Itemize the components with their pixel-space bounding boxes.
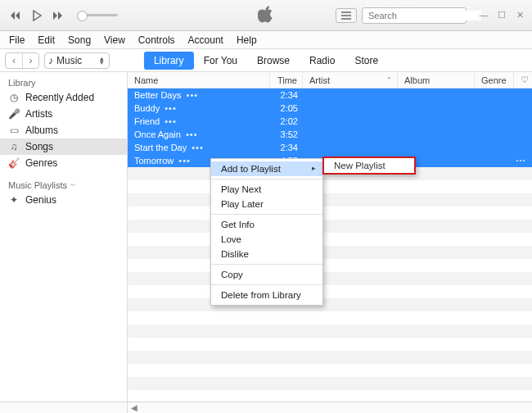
row-more-icon[interactable]: ⋯ — [516, 155, 525, 166]
empty-row — [128, 364, 532, 377]
empty-row — [128, 351, 532, 364]
sidebar-item-albums[interactable]: ▭Albums — [0, 122, 127, 138]
empty-row — [128, 390, 532, 402]
album-icon: ▭ — [8, 125, 20, 136]
sort-indicator-icon: ⌃ — [386, 76, 392, 84]
menu-account[interactable]: Account — [183, 33, 229, 48]
table-row[interactable]: Once Again •••3:52 — [128, 128, 532, 141]
clock-icon: ◷ — [8, 92, 20, 103]
genius-icon: ✦ — [8, 194, 20, 206]
empty-row — [128, 206, 532, 220]
empty-row — [128, 285, 532, 298]
sidebar: Library ◷Recently Added 🎤Artists ▭Albums… — [0, 72, 128, 402]
context-menu: Add to Playlist▸Play NextPlay LaterGet I… — [210, 158, 323, 306]
empty-row — [128, 233, 532, 246]
content-area: Name Time Artist⌃ Album Genre ♡ Better D… — [128, 72, 532, 402]
submenu-arrow-icon: ▸ — [312, 164, 316, 172]
context-submenu-new-playlist[interactable]: New Playlist — [322, 157, 416, 175]
sidebar-heading-library: Library — [0, 75, 127, 89]
note-icon: ♫ — [8, 141, 20, 152]
chevron-down-icon: ﹀ — [70, 181, 76, 190]
ctx-item[interactable]: Add to Playlist▸ — [211, 161, 322, 176]
ctx-item[interactable]: Copy — [211, 267, 322, 282]
play-button[interactable] — [28, 7, 46, 25]
nav-back-button[interactable]: ‹ — [6, 53, 22, 68]
table-row[interactable]: Buddy •••2:05 — [128, 102, 532, 115]
source-select[interactable]: ♪ Music ▴▾ — [44, 52, 110, 69]
col-genre[interactable]: Genre — [475, 72, 514, 88]
tab-store[interactable]: Store — [345, 52, 388, 70]
minimize-button[interactable]: — — [478, 10, 489, 20]
col-loved[interactable]: ♡ — [514, 72, 532, 88]
guitar-icon: 🎸 — [8, 157, 20, 169]
empty-row — [128, 220, 532, 233]
empty-row — [128, 338, 532, 351]
source-label: Music — [56, 55, 82, 66]
nav-row: ‹ › ♪ Music ▴▾ Library For You Browse Ra… — [0, 49, 532, 72]
sidebar-item-recently-added[interactable]: ◷Recently Added — [0, 89, 127, 106]
nav-tabs: Library For You Browse Radio Store — [144, 52, 388, 70]
ctx-item[interactable]: Delete from Library — [211, 288, 322, 302]
empty-row — [128, 246, 532, 259]
col-artist[interactable]: Artist⌃ — [303, 72, 398, 88]
col-album[interactable]: Album — [398, 72, 475, 88]
nav-forward-button[interactable]: › — [22, 53, 38, 68]
menu-file[interactable]: File — [3, 33, 30, 48]
table-header: Name Time Artist⌃ Album Genre ♡ — [128, 72, 532, 88]
search-input[interactable] — [368, 11, 481, 20]
col-time[interactable]: Time — [270, 72, 303, 88]
empty-row — [128, 259, 532, 272]
empty-row — [128, 324, 532, 338]
menu-edit[interactable]: Edit — [32, 33, 61, 48]
table-row[interactable]: Start the Day •••2:34 — [128, 141, 532, 154]
menu-song[interactable]: Song — [62, 33, 97, 48]
prev-track-button[interactable] — [7, 7, 25, 25]
ctx-item[interactable]: Play Next — [211, 182, 322, 197]
menu-help[interactable]: Help — [231, 33, 263, 48]
sidebar-item-genius[interactable]: ✦Genius — [0, 192, 127, 208]
next-track-button[interactable] — [49, 7, 67, 25]
menubar: File Edit Song View Controls Account Hel… — [0, 31, 532, 49]
tab-browse[interactable]: Browse — [247, 52, 300, 70]
menu-view[interactable]: View — [98, 33, 131, 48]
tab-for-you[interactable]: For You — [194, 52, 247, 70]
sidebar-item-artists[interactable]: 🎤Artists — [0, 106, 127, 122]
col-name[interactable]: Name — [128, 72, 270, 88]
ctx-item[interactable]: Dislike — [211, 247, 322, 261]
empty-row — [128, 311, 532, 324]
menu-controls[interactable]: Controls — [133, 33, 181, 48]
empty-row — [128, 180, 532, 193]
maximize-button[interactable]: ☐ — [496, 10, 507, 20]
ctx-item[interactable]: Get Info — [211, 217, 322, 232]
tab-library[interactable]: Library — [144, 52, 194, 70]
list-view-button[interactable] — [336, 8, 357, 23]
empty-row — [128, 193, 532, 206]
tab-radio[interactable]: Radio — [300, 52, 345, 70]
mic-icon: 🎤 — [8, 108, 20, 120]
hscroll-left-icon[interactable]: ◀ — [131, 403, 138, 412]
search-field[interactable] — [362, 7, 467, 24]
ctx-item[interactable]: Love — [211, 232, 322, 247]
table-row[interactable]: Better Days •••2:34 — [128, 88, 532, 102]
empty-row — [128, 377, 532, 390]
sidebar-item-genres[interactable]: 🎸Genres — [0, 155, 127, 171]
close-button[interactable]: ✕ — [514, 10, 525, 20]
titlebar: — ☐ ✕ — [0, 0, 532, 31]
sidebar-heading-playlists[interactable]: Music Playlists﹀ — [0, 178, 127, 192]
sidebar-item-songs[interactable]: ♫Songs — [0, 138, 127, 155]
music-note-icon: ♪ — [48, 55, 53, 66]
ctx-item[interactable]: Play Later — [211, 197, 322, 211]
footer-bar: ◀ — [0, 402, 532, 413]
empty-row — [128, 298, 532, 311]
table-row[interactable]: Friend •••2:02 — [128, 115, 532, 128]
heart-icon: ♡ — [521, 75, 529, 85]
empty-row — [128, 272, 532, 285]
volume-slider[interactable] — [77, 14, 118, 16]
table-body: Better Days •••2:34Buddy •••2:05Friend •… — [128, 88, 532, 402]
apple-logo-icon — [258, 5, 274, 25]
